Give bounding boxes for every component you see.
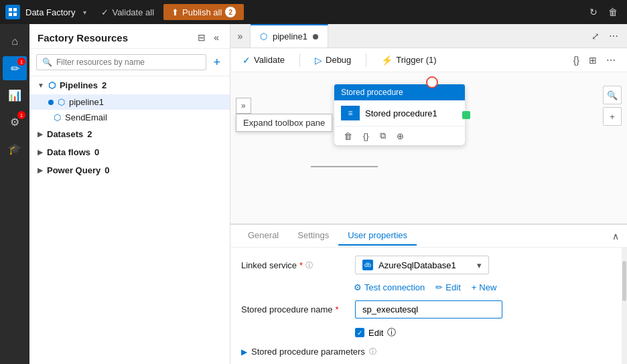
expand-button[interactable]: « <box>211 31 222 44</box>
linked-service-value: AzureSqlDatabase1 <box>378 260 456 270</box>
expand-toolbox-button[interactable]: » <box>236 98 251 114</box>
tab-expand-button[interactable]: ⤢ <box>588 29 603 43</box>
sp-node-body: ≡ Stored procedure1 <box>334 100 465 126</box>
tab-general[interactable]: General <box>238 226 288 246</box>
activity-edit[interactable]: ✏ 1 <box>3 56 27 80</box>
validate-button[interactable]: ✓ Validate <box>238 52 289 68</box>
sp-name-label: Stored procedure name * <box>241 304 348 314</box>
new-linked-service-button[interactable]: + New <box>472 282 497 292</box>
test-connection-button[interactable]: ⚙ Test connection <box>354 282 425 292</box>
sp-node-error-icon <box>426 76 438 88</box>
tab-user-properties[interactable]: User properties <box>338 226 417 246</box>
dropdown-chevron-icon: ▾ <box>477 260 482 270</box>
linked-service-input-area: db AzureSqlDatabase1 ▾ <box>355 256 616 274</box>
sp-node[interactable]: Stored procedure ≡ Stored procedure1 🗑 {… <box>334 84 465 145</box>
tab-more-button[interactable]: ⋯ <box>606 29 622 43</box>
sp-name-input-area <box>355 300 616 318</box>
sidebar-header: Factory Resources ⊟ « <box>29 24 230 49</box>
datasets-section[interactable]: ▶ Datasets 2 <box>29 125 230 143</box>
canvas-connector-line <box>311 166 378 167</box>
sp-node-label: Stored procedure1 <box>365 108 437 118</box>
sidebar: Factory Resources ⊟ « 🔍 + ▼ ⬡ Pipelines <box>29 24 230 364</box>
pipeline1-tab[interactable]: ⬡ pipeline1 <box>251 24 328 48</box>
trigger-icon: ⚡ <box>381 55 393 66</box>
sp-name-input[interactable] <box>355 300 502 318</box>
content-area: » ⬡ pipeline1 ⤢ ⋯ ✓ Validate ▷ Debug <box>230 24 627 364</box>
bottom-panel-collapse-button[interactable]: ∧ <box>612 231 619 242</box>
powerquery-section[interactable]: ▶ Power Query 0 <box>29 161 230 179</box>
svg-rect-3 <box>13 13 17 16</box>
sp-name-required: * <box>336 304 339 314</box>
svg-rect-2 <box>9 13 12 16</box>
debug-icon: ▷ <box>315 55 322 66</box>
edit-checkbox-info-icon: ⓘ <box>387 327 396 339</box>
pipelines-section[interactable]: ▼ ⬡ Pipelines 2 <box>29 76 230 94</box>
canvas-search-button[interactable]: 🔍 <box>603 86 622 104</box>
sp-copy-button[interactable]: ⧉ <box>377 129 389 143</box>
topbar: Data Factory ▾ ✓ Validate all ⬆ Publish … <box>0 0 627 24</box>
publish-all-button[interactable]: ⬆ Publish all 2 <box>163 4 244 20</box>
sp-name-row: Stored procedure name * <box>241 300 616 318</box>
pipeline2-icon: ⬡ <box>54 112 61 122</box>
dataflows-section[interactable]: ▶ Data flows 0 <box>29 143 230 161</box>
code-button[interactable]: {} <box>570 53 583 68</box>
connection-actions-row: ⚙ Test connection ✏ Edit + New <box>354 282 616 292</box>
activity-manage[interactable]: ⚙ 1 <box>3 110 27 134</box>
publish-badge: 2 <box>225 7 236 17</box>
delete-button[interactable]: 🗑 <box>604 4 622 20</box>
activity-learn[interactable]: 🎓 <box>3 136 27 161</box>
tab-modified-dot <box>313 34 318 39</box>
validate-icon: ✓ <box>101 7 109 17</box>
canvas-area[interactable]: Expand toolbox pane » Stored procedure ≡… <box>230 72 627 223</box>
edit-checkbox-row: ✓ Edit ⓘ <box>355 327 616 339</box>
collapse-button[interactable]: ⊟ <box>195 31 208 44</box>
dataflows-chevron-icon: ▶ <box>38 149 43 156</box>
edit-checkbox[interactable]: ✓ <box>355 328 364 337</box>
sp-code-button[interactable]: {} <box>360 129 372 143</box>
bottom-panel-content: Linked service * ⓘ db AzureSqlDatabase1 … <box>230 248 627 364</box>
params-chevron-icon[interactable]: ▶ <box>241 347 247 357</box>
bottom-panel: General Settings User properties ∧ Linke… <box>230 223 627 364</box>
sp-delete-button[interactable]: 🗑 <box>341 129 355 143</box>
linked-service-dropdown[interactable]: db AzureSqlDatabase1 ▾ <box>355 256 489 274</box>
add-resource-button[interactable]: + <box>210 56 223 70</box>
required-marker: * <box>299 260 303 270</box>
sp-node-connector[interactable] <box>462 111 470 119</box>
validate-all-button[interactable]: ✓ Validate all <box>94 5 161 20</box>
search-input[interactable] <box>56 58 200 67</box>
sidebar-search: 🔍 + <box>29 49 230 76</box>
linked-service-db-icon: db <box>362 260 373 270</box>
new-icon: + <box>472 282 477 292</box>
format-button[interactable]: ⊞ <box>585 53 600 68</box>
toolbar-more-button[interactable]: ⋯ <box>603 53 619 68</box>
pipeline2-item[interactable]: ⬡ SendEmail <box>29 110 230 125</box>
linked-service-info-icon: ⓘ <box>305 260 313 270</box>
refresh-button[interactable]: ↻ <box>585 4 602 20</box>
tab-bar: » ⬡ pipeline1 ⤢ ⋯ <box>230 24 627 48</box>
right-scrollbar[interactable] <box>622 248 627 364</box>
test-connection-icon: ⚙ <box>354 282 362 292</box>
activity-monitor[interactable]: 📊 <box>3 83 27 107</box>
debug-button[interactable]: ▷ Debug <box>311 52 355 68</box>
sp-connect-button[interactable]: ⊕ <box>394 129 407 143</box>
tab-settings[interactable]: Settings <box>288 226 338 246</box>
pipeline1-dot <box>48 100 54 105</box>
toolbar-separator-2 <box>366 54 366 67</box>
edit-linked-service-button[interactable]: ✏ Edit <box>435 282 460 292</box>
expand-sidebar-icon[interactable]: » <box>230 24 251 48</box>
datasets-chevron-icon: ▶ <box>38 130 43 138</box>
trigger-button[interactable]: ⚡ Trigger (1) <box>377 52 440 68</box>
sp-node-footer: 🗑 {} ⧉ ⊕ <box>334 126 465 145</box>
pipelines-chevron-icon: ▼ <box>38 82 44 89</box>
sp-params-info-icon: ⓘ <box>369 347 376 357</box>
sp-params-label: Stored procedure parameters <box>251 347 365 357</box>
canvas-zoom-in-button[interactable]: + <box>603 107 622 126</box>
toolbar-end-buttons: {} ⊞ ⋯ <box>570 53 619 68</box>
activity-home[interactable]: ⌂ <box>3 29 27 54</box>
publish-icon: ⬆ <box>171 7 179 17</box>
sidebar-content: ▼ ⬡ Pipelines 2 ⬡ pipeline1 ⬡ SendEmail … <box>29 76 230 364</box>
sp-params-section: ▶ Stored procedure parameters ⓘ <box>241 347 616 357</box>
pipeline-tab-icon: ⬡ <box>260 31 267 41</box>
pipeline1-item[interactable]: ⬡ pipeline1 <box>29 94 230 110</box>
powerquery-chevron-icon: ▶ <box>38 167 43 174</box>
